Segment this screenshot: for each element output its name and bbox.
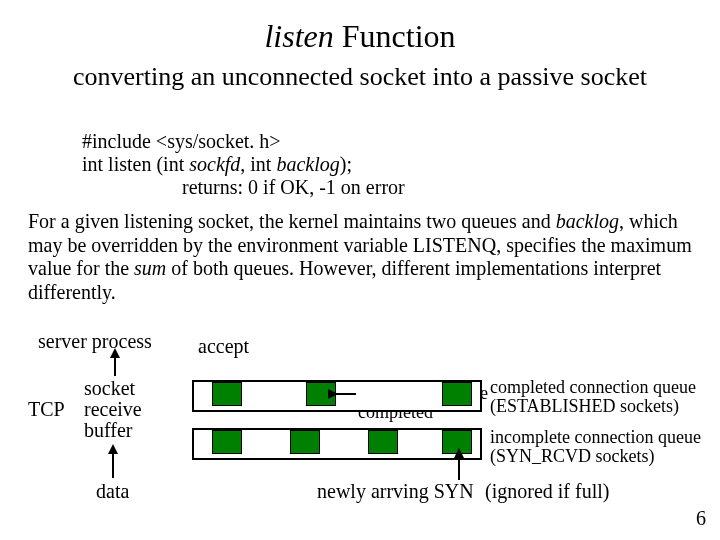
title-rest: Function [334,18,456,54]
sig-arg1: sockfd [189,153,240,175]
sig-arg2: backlog [276,153,339,175]
queue-item [212,382,242,406]
queue-item [442,382,472,406]
icq-line: (SYN_RCVD sockets) [490,447,701,466]
label-incomplete-queue: incomplete connection queue (SYN_RCVD so… [490,428,701,466]
icq-line: incomplete connection queue [490,428,701,447]
sig-pre: int listen (int [82,153,189,175]
sig-mid: , int [240,153,276,175]
arrow-line [336,393,356,395]
sig-post: ); [340,153,352,175]
include-line: #include <sys/socket. h> [82,130,642,153]
label-tcp: TCP [28,398,65,421]
arrow-line [458,456,460,480]
ccq-line: completed connection queue [490,378,696,397]
para-italic-backlog: backlog [556,210,619,232]
title-italic: listen [264,18,333,54]
arrow-up-icon [108,444,118,454]
label-socket-receive-buffer: socket receive buffer [84,378,142,441]
label-server-process: server process [38,330,152,353]
label-completed-queue: completed connection queue (ESTABLISHED … [490,378,696,416]
queue-item [212,430,242,454]
queue-item [368,430,398,454]
slide-subtitle: converting an unconnected socket into a … [0,62,720,92]
srb-line: receive [84,399,142,420]
label-accept: accept [198,335,249,358]
description-paragraph: For a given listening socket, the kernel… [28,210,692,304]
arrow-left-icon [328,389,338,399]
srb-line: socket [84,378,142,399]
label-data: data [96,480,129,503]
arrow-up-icon [454,448,464,458]
slide-title: listen Function [0,18,720,55]
label-ignored-if-full: (ignored if full) [485,480,609,503]
signature-line: int listen (int sockfd, int backlog); [82,153,642,176]
para-text: For a given listening socket, the kernel… [28,210,556,232]
para-italic-sum: sum [134,257,166,279]
arrow-line [112,452,114,478]
page-number: 6 [696,507,706,530]
arrow-up-icon [110,348,120,358]
arrow-line [114,356,116,376]
srb-line: buffer [84,420,142,441]
queue-item [290,430,320,454]
function-signature: #include <sys/socket. h> int listen (int… [82,130,642,199]
returns-line: returns: 0 if OK, -1 on error [82,176,642,199]
ccq-line: (ESTABLISHED sockets) [490,397,696,416]
label-newly-arriving-syn: newly arrving SYN [317,480,474,503]
